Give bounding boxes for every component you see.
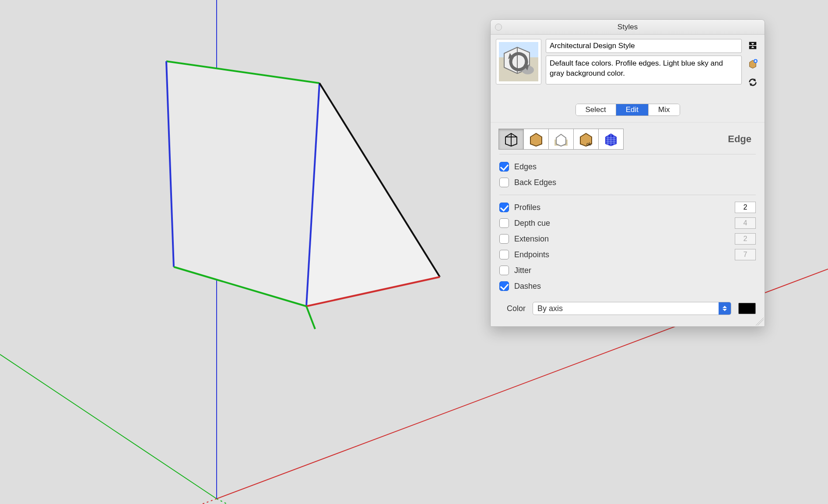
label-jitter: Jitter xyxy=(514,266,531,275)
edge-settings-icon[interactable] xyxy=(498,129,524,150)
checkbox-depth-cue[interactable] xyxy=(499,218,509,228)
opt-endpoints: Endpoints xyxy=(499,247,756,262)
opt-depth-cue: Depth cue xyxy=(499,215,756,231)
opt-jitter: Jitter xyxy=(499,262,756,278)
chevron-updown-icon xyxy=(719,302,731,315)
svg-marker-20 xyxy=(556,134,566,146)
model-wedge[interactable] xyxy=(166,61,440,329)
opt-edges: Edges xyxy=(499,159,756,175)
edit-pane: ok Edge Edges Back Edges Profiles xyxy=(491,122,765,326)
color-swatch[interactable] xyxy=(738,303,756,314)
display-secondary-pane-icon[interactable] xyxy=(747,40,758,51)
panel-title: Styles xyxy=(491,23,765,32)
background-settings-icon[interactable] xyxy=(548,129,574,150)
style-description-input[interactable] xyxy=(546,56,742,84)
color-label: Color xyxy=(499,304,526,313)
checkbox-jitter[interactable] xyxy=(499,266,509,275)
checkbox-profiles[interactable] xyxy=(499,203,509,212)
refresh-icon[interactable] xyxy=(747,77,758,88)
styles-panel: Styles xyxy=(490,19,765,327)
category-buttons: ok xyxy=(498,129,624,150)
opt-dashes: Dashes xyxy=(499,278,756,294)
checkbox-endpoints[interactable] xyxy=(499,250,509,259)
style-header xyxy=(491,35,765,91)
input-extension xyxy=(735,233,756,245)
axis-y-positive xyxy=(0,354,217,499)
checkbox-back-edges[interactable] xyxy=(499,178,509,187)
category-label: Edge xyxy=(728,133,754,145)
face-settings-icon[interactable] xyxy=(523,129,549,150)
new-style-icon[interactable] xyxy=(747,58,758,70)
opt-profiles: Profiles xyxy=(499,200,756,215)
face-side xyxy=(306,83,440,306)
checkbox-dashes[interactable] xyxy=(499,281,509,291)
label-endpoints: Endpoints xyxy=(514,250,549,259)
label-depth-cue: Depth cue xyxy=(514,219,550,228)
styles-titlebar[interactable]: Styles xyxy=(491,20,765,35)
style-thumbnail[interactable] xyxy=(496,39,541,84)
label-back-edges: Back Edges xyxy=(514,178,556,187)
close-icon[interactable] xyxy=(495,24,502,31)
color-mode-value: By axis xyxy=(537,304,563,313)
color-mode-dropdown[interactable]: By axis xyxy=(533,302,731,315)
label-profiles: Profiles xyxy=(514,203,540,212)
label-dashes: Dashes xyxy=(514,282,541,291)
opt-back-edges: Back Edges xyxy=(499,175,756,190)
tab-select[interactable]: Select xyxy=(576,104,616,116)
checkbox-extension[interactable] xyxy=(499,234,509,244)
axis-y-negative xyxy=(217,499,243,504)
svg-text:ok: ok xyxy=(586,142,592,147)
svg-marker-18 xyxy=(530,133,542,146)
edge-bottom-back xyxy=(306,306,315,329)
checkbox-edges[interactable] xyxy=(499,162,509,172)
axis-x-negative xyxy=(193,499,217,504)
input-depth-cue xyxy=(735,217,756,229)
input-profiles[interactable] xyxy=(735,202,756,213)
tab-edit[interactable]: Edit xyxy=(616,104,648,116)
input-endpoints xyxy=(735,249,756,260)
label-edges: Edges xyxy=(514,162,537,172)
resize-grip-icon[interactable] xyxy=(756,318,764,326)
watermark-settings-icon[interactable]: ok xyxy=(573,129,599,150)
face-front xyxy=(166,61,319,306)
opt-extension: Extension xyxy=(499,231,756,247)
tab-mix[interactable]: Mix xyxy=(648,104,679,116)
label-extension: Extension xyxy=(514,234,549,244)
style-name-input[interactable] xyxy=(546,39,742,53)
modeling-settings-icon[interactable] xyxy=(598,129,624,150)
style-tabs: Select Edit Mix xyxy=(575,104,680,116)
